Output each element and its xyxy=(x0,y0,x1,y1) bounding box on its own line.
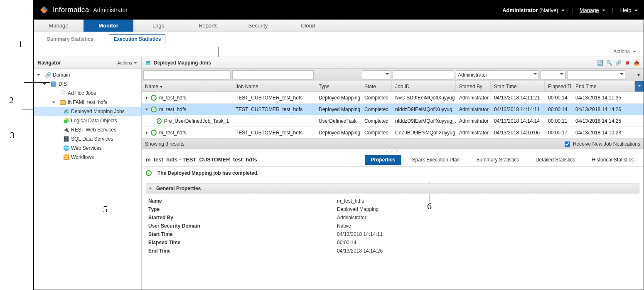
tree-label: Deployed Mapping Jobs xyxy=(71,109,125,114)
cell-name: m_test_hdfs xyxy=(159,95,186,101)
separator: | xyxy=(571,7,573,13)
body: Navigator Actions 🔗 Domain DIS xyxy=(34,57,644,290)
receive-notifications-checkbox[interactable] xyxy=(565,141,570,147)
detail-tab-summary-stats[interactable]: Summary Statistics xyxy=(470,155,525,165)
tree-node-rest-web-services[interactable]: 🔌 REST Web Services xyxy=(34,125,141,134)
col-job-name[interactable]: Job Name xyxy=(232,81,315,92)
tree-node-sql-data-services[interactable]: 🗄️ SQL Data Services xyxy=(34,134,141,144)
table-row[interactable]: ✓m_test_hdfsTEST_CUSTOMER_test_hdfsDeplo… xyxy=(142,127,644,139)
property-key: End Time xyxy=(146,248,337,254)
receive-notifications-label: Receive New Job Notifications xyxy=(573,141,640,147)
tab-monitor[interactable]: Monitor xyxy=(84,20,133,32)
callout-3: 3 xyxy=(10,130,15,141)
expand-icon[interactable] xyxy=(145,107,149,112)
navigator-header: Navigator Actions xyxy=(34,57,141,69)
cell-start-time: 04/13/2018 14:14:11 xyxy=(491,107,545,112)
subtab-summary-statistics[interactable]: Summary Statistics xyxy=(43,35,97,44)
user-menu[interactable]: Administrator (Native) xyxy=(502,7,565,13)
filter-jobname-input[interactable] xyxy=(232,70,314,79)
expand-icon[interactable] xyxy=(53,100,57,104)
cell-name: Pre_UserDefinedJob_Task_1 xyxy=(164,118,229,124)
collapse-icon[interactable] xyxy=(150,186,154,191)
caret-down-icon xyxy=(134,62,137,65)
tree-label: Ad Hoc Jobs xyxy=(68,90,96,96)
table-row[interactable]: ✓m_test_hdfsTEST_CUSTOMER_test_hdfsDeplo… xyxy=(142,92,644,104)
tab-logs[interactable]: Logs xyxy=(133,20,183,32)
filter-jobid-input[interactable] xyxy=(393,70,454,79)
filter-startedby-combo[interactable]: Administrator xyxy=(456,70,539,79)
jobs-icon: 📄 xyxy=(59,90,66,97)
tree-node-dis[interactable]: DIS xyxy=(34,79,141,89)
toolbar-export-icon[interactable]: 📤 xyxy=(633,59,640,67)
property-value: Deployed Mapping xyxy=(337,206,379,212)
toolbar-related-icon[interactable]: 🔗 xyxy=(615,59,622,67)
navigator-actions-menu[interactable]: Actions xyxy=(117,60,137,65)
detail-tab-properties[interactable]: Properties xyxy=(365,155,401,165)
apply-filter-icon[interactable]: ▾ xyxy=(635,72,642,78)
receive-notifications-toggle[interactable]: Receive New Job Notifications xyxy=(563,140,640,148)
tree-node-adhoc[interactable]: 📄 Ad Hoc Jobs xyxy=(34,89,141,98)
tab-security[interactable]: Security xyxy=(233,20,283,32)
user-realm: (Native) xyxy=(539,7,558,13)
help-label: Help xyxy=(620,7,632,13)
tree-node-web-services[interactable]: 🌐 Web Services xyxy=(34,144,141,153)
expand-icon[interactable] xyxy=(145,131,149,135)
page-actions-menu[interactable]: Actions xyxy=(613,49,636,55)
expand-icon[interactable] xyxy=(38,73,42,77)
cell-type: Deployed Mapping xyxy=(315,130,361,136)
expand-icon[interactable] xyxy=(145,96,149,100)
expand-icon[interactable] xyxy=(44,82,48,86)
tab-manage[interactable]: Manage xyxy=(34,20,84,32)
grid-column-menu[interactable] xyxy=(634,81,644,92)
chevron-down-icon xyxy=(386,73,389,77)
toolbar-stop-icon[interactable]: ⏹ xyxy=(624,59,631,67)
filter-endtime-combo[interactable] xyxy=(567,70,625,79)
property-value: Native xyxy=(337,223,351,229)
cell-state: Completed xyxy=(361,118,392,124)
cell-name: m_test_hdfs xyxy=(159,107,186,112)
tree-node-deployed-mapping-jobs[interactable]: 🗺️ Deployed Mapping Jobs xyxy=(34,107,141,116)
mapping-jobs-icon: 🗺️ xyxy=(63,108,69,115)
tab-reports[interactable]: Reports xyxy=(183,20,233,32)
splitter-handle[interactable]: ○ ○ ○ xyxy=(142,149,644,153)
section-header[interactable]: General Properties xyxy=(146,183,639,193)
filter-state-combo[interactable] xyxy=(362,70,391,79)
tree-label: Web Services xyxy=(71,145,102,151)
filter-elapsed-combo[interactable] xyxy=(541,70,565,79)
tree-node-application[interactable]: INFAMI_test_hdfs xyxy=(34,98,141,107)
col-end-time[interactable]: End Time xyxy=(572,81,634,92)
toolbar-filter-icon[interactable]: 🔍 xyxy=(605,59,613,67)
workflow-icon: 🔀 xyxy=(63,154,69,161)
property-key: Name xyxy=(146,198,337,204)
detail-tab-historical-stats[interactable]: Historical Statistics xyxy=(586,155,639,165)
property-value: 04/13/2018 14:14:26 xyxy=(337,248,383,254)
property-row: Started ByAdministrator xyxy=(146,213,639,222)
cell-end-time: 04/13/2018 14:11:35 xyxy=(572,95,644,101)
table-row[interactable]: ✓m_test_hdfsTEST_CUSTOMER_test_hdfsDeplo… xyxy=(142,104,644,115)
main-tabs: Manage Monitor Logs Reports Security Clo… xyxy=(34,20,644,32)
col-start-time[interactable]: Start Time xyxy=(491,81,545,92)
help-menu[interactable]: Help xyxy=(620,7,638,13)
col-type[interactable]: Type xyxy=(315,81,361,92)
svg-marker-1 xyxy=(44,6,48,10)
col-name[interactable]: Name▾ xyxy=(142,81,232,92)
cell-started-by: Administrator xyxy=(456,130,491,136)
col-elapsed-time[interactable]: Elapsed Ti... xyxy=(545,81,572,92)
col-job-id[interactable]: Job ID xyxy=(392,81,456,92)
tree-node-logical-data-objects[interactable]: 🧩 Logical Data Objects xyxy=(34,116,141,125)
detail-tab-detailed-stats[interactable]: Detailed Statistics xyxy=(530,155,581,165)
cell-type: UserDefinedTask xyxy=(315,118,361,124)
tree-node-domain[interactable]: 🔗 Domain xyxy=(34,70,141,79)
table-row[interactable]: ✓Pre_UserDefinedJob_Task_1UserDefinedTas… xyxy=(142,115,644,127)
manage-label: Manage xyxy=(580,7,599,13)
col-state[interactable]: State xyxy=(361,81,392,92)
manage-menu[interactable]: Manage xyxy=(580,7,606,13)
detail-header: m_test_hdfs - TEST_CUSTOMER_test_hdfs Pr… xyxy=(142,153,644,167)
filter-name-input[interactable] xyxy=(143,70,231,79)
tab-cloud[interactable]: Cloud xyxy=(283,20,333,32)
col-started-by[interactable]: Started By xyxy=(456,81,491,92)
detail-tab-spark-plan[interactable]: Spark Execution Plan xyxy=(406,155,466,165)
tree-node-workflows[interactable]: 🔀 Workflows xyxy=(34,153,141,162)
toolbar-refresh-icon[interactable]: 🔄 xyxy=(596,59,604,67)
subtab-execution-statistics[interactable]: Execution Statistics xyxy=(109,34,165,44)
